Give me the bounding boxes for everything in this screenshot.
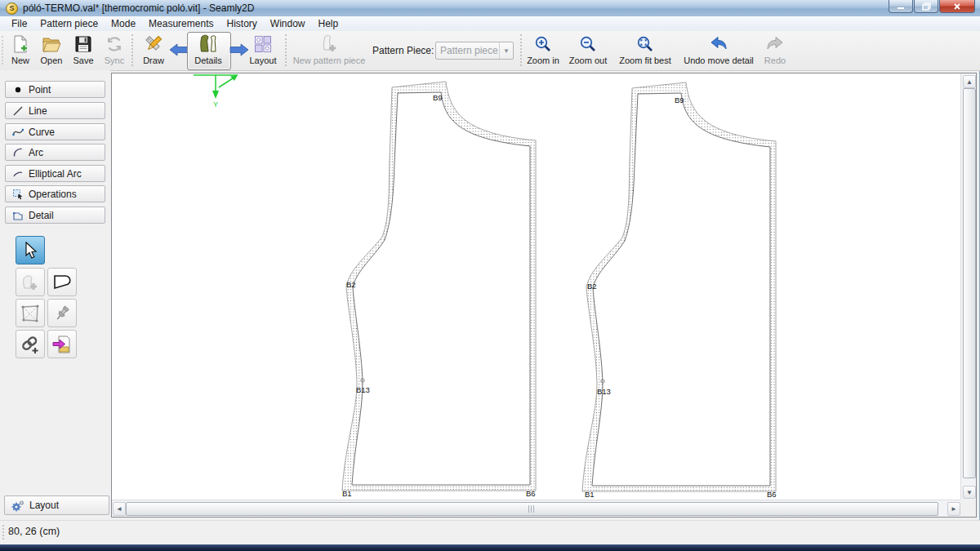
redo-button[interactable]: Redo — [760, 33, 791, 68]
pushpin-icon — [52, 304, 72, 323]
seam-allowance-tool-button[interactable] — [47, 268, 77, 296]
new-button[interactable]: New — [5, 33, 36, 68]
menu-history[interactable]: History — [220, 17, 263, 30]
menu-measurements[interactable]: Measurements — [142, 17, 220, 30]
vertical-scrollbar[interactable]: ▲ ▼ — [960, 73, 976, 500]
window-title: póló-TERMO.val* [thermocromic poló.vit] … — [23, 2, 254, 14]
piece-point-label: B6 — [767, 490, 777, 499]
maximize-button[interactable] — [914, 0, 938, 13]
sidebar-layout-button[interactable]: Layout — [4, 495, 109, 515]
pattern-piece-select[interactable]: Pattern piece 2 ▼ — [435, 42, 514, 60]
piece-point-label: B2 — [587, 282, 597, 291]
scroll-left-button[interactable]: ◄ — [113, 502, 126, 516]
zoom-out-button[interactable]: Zoom out — [567, 33, 609, 68]
sync-icon — [105, 33, 123, 55]
toolbar-separator — [285, 34, 287, 66]
chevron-down-icon: ▼ — [499, 42, 513, 59]
sidebar-group-curve[interactable]: Curve — [5, 123, 105, 140]
sidebar-group-operations[interactable]: Operations — [5, 185, 105, 202]
horizontal-scrollbar[interactable]: ◄ ► — [112, 500, 960, 517]
scroll-down-button[interactable]: ▼ — [963, 486, 976, 499]
cursor-coordinates: 80, 26 (cm) — [8, 526, 60, 537]
sidebar-group-arc[interactable]: Arc — [5, 144, 105, 161]
new-pattern-piece-icon — [319, 33, 339, 55]
zoom-out-icon — [579, 33, 597, 55]
toolbar-handle — [2, 36, 3, 64]
sidebar-group-elliptical-arc[interactable]: Elliptical Arc — [5, 165, 105, 182]
add-detail-tool-button[interactable] — [16, 268, 45, 296]
pattern-canvas[interactable]: Y B9 B2 B13 B1 B6 B9 B2 — [112, 73, 960, 500]
piece-point-label: B1 — [342, 489, 352, 498]
minimize-button[interactable] — [889, 0, 913, 13]
sidebar-group-point[interactable]: Point — [5, 81, 105, 98]
piece-point-label: B6 — [526, 489, 536, 498]
zoom-fit-best-button[interactable]: Zoom fit best — [617, 33, 673, 68]
save-button[interactable]: Save — [68, 33, 99, 68]
piece-path-icon — [51, 273, 73, 292]
redo-icon — [765, 33, 785, 55]
curve-icon — [11, 127, 24, 138]
mode-details-button[interactable]: Details — [189, 33, 228, 68]
sidebar-group-line[interactable]: Line — [5, 102, 105, 119]
tool-sidebar: Point Line Curve Arc Elliptical Arc Oper… — [0, 70, 110, 520]
internal-path-tool-button[interactable] — [16, 299, 45, 327]
piece-point-label: B1 — [585, 490, 595, 499]
undo-move-detail-button[interactable]: Undo move detail — [679, 33, 758, 68]
operations-icon — [11, 189, 24, 200]
zoom-fit-best-icon — [636, 33, 654, 55]
scroll-right-button[interactable]: ► — [947, 502, 960, 516]
taskbar-edge — [0, 544, 980, 551]
title-bar: S póló-TERMO.val* [thermocromic poló.vit… — [0, 0, 980, 17]
toolbar-separator — [131, 34, 133, 66]
piece-point-label: B13 — [356, 385, 370, 394]
mode-arrow-left-icon — [169, 43, 189, 56]
details-icon — [198, 33, 218, 55]
point-icon — [11, 84, 24, 96]
elliptical-arc-icon — [11, 168, 24, 180]
menu-pattern-piece[interactable]: Pattern piece — [33, 17, 105, 30]
zoom-in-button[interactable]: Zoom in — [524, 33, 562, 68]
pattern-piece-1[interactable] — [342, 82, 536, 491]
scroll-up-button[interactable]: ▲ — [963, 75, 976, 88]
vertical-scroll-thumb[interactable] — [963, 88, 976, 478]
piece-point-label: B9 — [675, 96, 684, 104]
layout-icon — [253, 33, 273, 55]
mode-layout-button[interactable]: Layout — [244, 33, 282, 68]
sidebar-group-detail[interactable]: Detail — [5, 207, 105, 224]
pointer-arrow-icon — [22, 242, 38, 260]
menu-help[interactable]: Help — [312, 17, 345, 30]
piece-point-label: B9 — [433, 93, 443, 102]
pattern-piece-2[interactable] — [582, 82, 776, 491]
union-chain-icon — [20, 334, 41, 355]
export-detail-tool-button[interactable] — [47, 330, 77, 358]
menu-file[interactable]: File — [5, 17, 33, 30]
internal-path-icon — [20, 303, 41, 324]
close-button[interactable] — [939, 0, 975, 13]
menu-mode[interactable]: Mode — [105, 17, 142, 30]
status-bar: 80, 26 (cm) — [0, 520, 980, 545]
thumb-grip — [528, 505, 536, 513]
pin-tool-button[interactable] — [47, 299, 77, 327]
axis-y-label: Y — [213, 100, 218, 109]
horizontal-scroll-thumb[interactable] — [126, 502, 938, 516]
save-icon — [74, 33, 92, 55]
zoom-in-icon — [534, 33, 552, 55]
export-icon — [51, 334, 73, 355]
drawing-area: Y B9 B2 B13 B1 B6 B9 B2 — [111, 73, 977, 518]
statusbar-grip — [2, 525, 4, 540]
sync-button[interactable]: Sync — [99, 33, 130, 68]
close-icon — [953, 2, 961, 11]
open-button[interactable]: Open — [35, 33, 68, 68]
union-tool-button[interactable] — [16, 330, 45, 358]
undo-icon — [709, 33, 728, 55]
toolbar: New Open Save — [0, 31, 980, 71]
menu-window[interactable]: Window — [264, 17, 312, 30]
new-pattern-piece-button[interactable]: New pattern piece — [287, 33, 371, 68]
new-icon — [11, 33, 30, 55]
toolbar-separator — [520, 34, 522, 66]
origin-axis — [194, 75, 238, 99]
arc-icon — [11, 147, 24, 158]
select-tool-button[interactable] — [16, 236, 45, 264]
draw-icon — [143, 33, 164, 55]
mode-draw-button[interactable]: Draw — [136, 33, 171, 68]
